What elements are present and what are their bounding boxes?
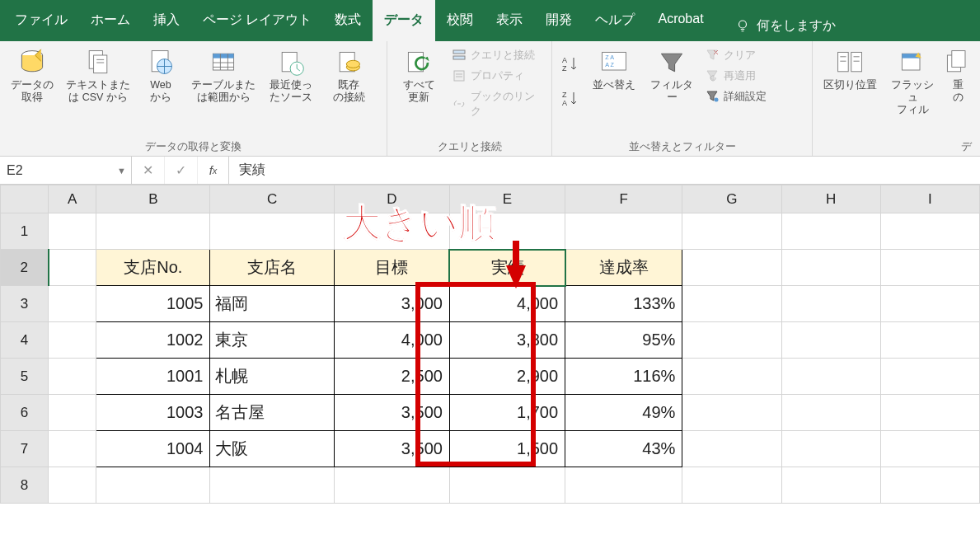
cell[interactable]: 4,000 [449,286,565,322]
fx-button[interactable]: fx [198,157,229,184]
col-header-A[interactable]: A [49,185,96,213]
cancel-edit-button[interactable]: ✕ [132,157,165,184]
row-header-1[interactable]: 1 [1,213,49,250]
cell[interactable]: 3,000 [334,286,449,322]
select-all-corner[interactable] [1,185,49,213]
cell[interactable]: 目標 [334,250,449,286]
col-header-C[interactable]: C [210,185,334,213]
recent-icon [276,48,306,77]
cell[interactable]: 2,900 [449,359,565,395]
tell-me-label: 何をしますか [757,17,836,35]
sort-asc-button[interactable]: AZ [557,53,584,76]
duplicates-icon [943,48,973,77]
existing-conn-button[interactable]: 既存 の接続 [323,45,374,107]
clear-filter-button[interactable]: クリア [702,46,770,64]
row-header-7[interactable]: 7 [1,431,49,467]
cell[interactable]: 1002 [96,322,210,359]
from-csv-button[interactable]: テキストまた は CSV から [63,45,134,107]
sort-desc-button[interactable]: ZA [557,87,584,110]
advanced-filter-button[interactable]: 詳細設定 [702,87,770,106]
from-table-button[interactable]: テーブルまた は範囲から [188,45,259,107]
row-header-2[interactable]: 2 [1,250,49,286]
advanced-icon [706,90,719,103]
svg-rect-9 [213,54,233,58]
tab-acrobat[interactable]: Acrobat [646,0,715,41]
cell[interactable]: 支店No. [96,250,210,286]
tab-formulas[interactable]: 数式 [323,0,373,41]
svg-rect-22 [454,71,464,81]
tab-insert[interactable]: 挿入 [142,0,191,41]
name-box[interactable]: E2 ▼ [0,157,132,184]
properties-button[interactable]: プロパティ [449,67,546,85]
cell[interactable]: 名古屋 [210,395,334,431]
cell[interactable]: 1,500 [449,431,565,467]
filter-button[interactable]: フィルター [645,45,699,107]
cell[interactable]: 達成率 [565,250,682,286]
col-header-E[interactable]: E [449,185,565,213]
cell[interactable]: 1005 [96,286,210,322]
col-header-H[interactable]: H [781,185,880,213]
cell[interactable]: 福岡 [210,286,334,322]
row-header-6[interactable]: 6 [1,395,49,431]
funnel-icon [657,48,687,77]
refresh-icon [404,48,434,77]
from-web-button[interactable]: Web から [137,45,185,107]
worksheet-grid[interactable]: A B C D E F G H I 1 2 支店No. 支店名 目標 実績 達成… [0,185,980,504]
tab-developer[interactable]: 開発 [534,0,584,41]
cell[interactable]: 133% [565,286,682,322]
tab-home[interactable]: ホーム [79,0,142,41]
existing-conn-label: 既存 の接続 [333,79,365,104]
sort-button[interactable]: Z AA Z 並べ替え [587,45,641,95]
cell[interactable]: 1003 [96,395,210,431]
cell[interactable]: 1004 [96,431,210,467]
database-icon [17,48,47,77]
filter-label: フィルター [646,79,697,104]
cell[interactable]: 116% [565,359,682,395]
queries-connections-button[interactable]: クエリと接続 [449,46,546,64]
col-header-D[interactable]: D [334,185,449,213]
cell[interactable]: 札幌 [210,359,334,395]
tell-me[interactable]: 何をしますか [735,0,836,41]
enter-edit-button[interactable]: ✓ [165,157,198,184]
reapply-label: 再適用 [724,68,756,83]
cell[interactable]: 東京 [210,322,334,359]
cell[interactable]: 3,800 [449,322,565,359]
cell[interactable]: 43% [565,431,682,467]
tab-file[interactable]: ファイル [3,0,79,41]
cell[interactable]: 1001 [96,359,210,395]
chevron-down-icon: ▼ [117,166,126,176]
col-header-G[interactable]: G [682,185,781,213]
row-header-4[interactable]: 4 [1,322,49,359]
edit-links-button[interactable]: ブックのリンク [449,87,546,120]
row-header-5[interactable]: 5 [1,359,49,395]
refresh-all-button[interactable]: すべて 更新 [392,45,446,107]
tab-data[interactable]: データ [373,0,435,41]
cell[interactable]: 支店名 [210,250,334,286]
cell[interactable]: 1,700 [449,395,565,431]
cell[interactable]: 4,000 [334,322,449,359]
cell[interactable]: 大阪 [210,431,334,467]
ribbon: データの 取得 テキストまた は CSV から Web から テーブルまた は範… [0,41,980,157]
reapply-button[interactable]: 再適用 [702,67,770,85]
get-data-button[interactable]: データの 取得 [5,45,59,107]
row-header-3[interactable]: 3 [1,286,49,322]
col-header-F[interactable]: F [565,185,682,213]
flash-fill-button[interactable]: フラッシュ フィル [885,45,940,120]
tab-view[interactable]: 表示 [485,0,534,41]
tab-pagelayout[interactable]: ページ レイアウト [191,0,323,41]
cell[interactable]: 49% [565,395,682,431]
col-header-I[interactable]: I [880,185,979,213]
text-to-columns-button[interactable]: 区切り位置 [818,45,882,95]
tab-review[interactable]: 校閲 [435,0,485,41]
cell[interactable]: 2,500 [334,359,449,395]
remove-duplicates-button[interactable]: 重 の [943,45,973,107]
cell[interactable]: 95% [565,322,682,359]
cell[interactable]: 3,500 [334,395,449,431]
row-header-8[interactable]: 8 [1,467,49,504]
cell-selected[interactable]: 実績 [449,250,565,286]
tab-help[interactable]: ヘルプ [584,0,646,41]
cell[interactable]: 3,500 [334,431,449,467]
col-header-B[interactable]: B [96,185,210,213]
formula-input[interactable]: 実績 [229,162,980,179]
recent-sources-button[interactable]: 最近使っ たソース [262,45,320,107]
